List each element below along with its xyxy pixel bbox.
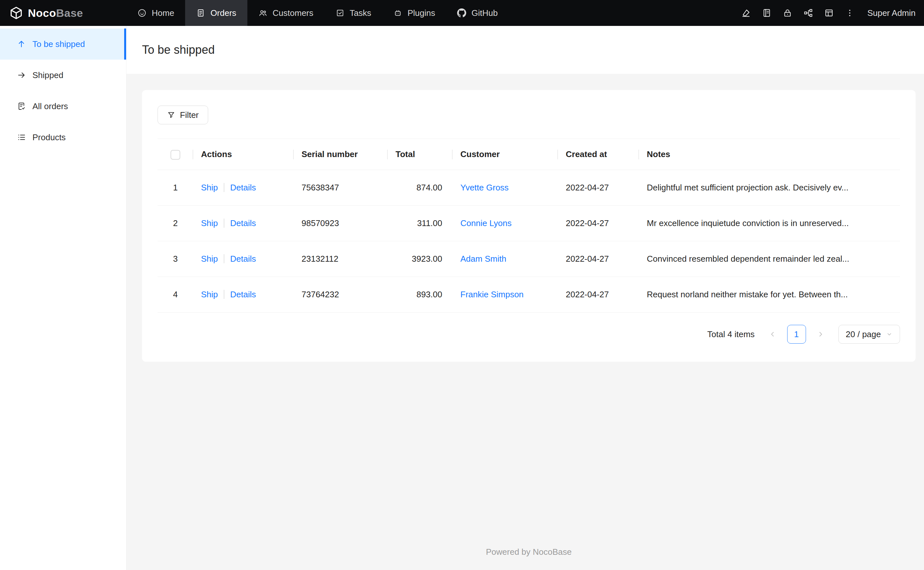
customer-link[interactable]: Connie Lyons — [460, 218, 512, 228]
smile-icon — [137, 8, 146, 17]
sidebar: To be shipped Shipped All orders — [0, 26, 126, 570]
row-index: 2 — [158, 206, 193, 241]
sidebar-item-to-be-shipped[interactable]: To be shipped — [0, 29, 126, 60]
filter-button[interactable]: Filter — [158, 106, 208, 124]
total-cell: 874.00 — [388, 170, 453, 206]
lock-icon[interactable] — [777, 0, 798, 26]
content-area: Filter Actions Serial number Total Cus — [126, 74, 924, 570]
notes-cell: Mr excellence inquietude conviction is i… — [639, 206, 900, 241]
pagination-page-1[interactable]: 1 — [787, 325, 806, 343]
page-header: To be shipped — [126, 26, 924, 74]
ship-link[interactable]: Ship — [201, 254, 218, 264]
details-link[interactable]: Details — [230, 218, 256, 228]
nav-spacer — [509, 0, 736, 26]
tab-github[interactable]: GitHub — [446, 0, 509, 26]
total-cell: 3923.00 — [388, 241, 453, 277]
user-menu[interactable]: Super Admin — [867, 8, 916, 18]
row-actions: ShipDetails — [193, 277, 294, 313]
ship-link[interactable]: Ship — [201, 290, 218, 299]
sidebar-item-shipped[interactable]: Shipped — [0, 60, 126, 91]
list-icon — [16, 133, 26, 142]
team-icon — [258, 8, 268, 17]
partition-icon[interactable] — [798, 0, 819, 26]
github-icon — [457, 8, 466, 17]
row-index: 4 — [158, 277, 193, 313]
row-actions: ShipDetails — [193, 241, 294, 277]
layout-icon[interactable] — [819, 0, 839, 26]
column-header-created: Created at — [558, 139, 639, 170]
tab-plugins[interactable]: Plugins — [382, 0, 446, 26]
plugin-icon — [393, 8, 402, 17]
tab-customers[interactable]: Customers — [248, 0, 324, 26]
row-index: 3 — [158, 241, 193, 277]
ship-link[interactable]: Ship — [201, 183, 218, 192]
customer-link[interactable]: Yvette Gross — [460, 183, 509, 192]
book-icon[interactable] — [756, 0, 777, 26]
orders-table: Actions Serial number Total Customer Cre… — [158, 139, 900, 313]
arrow-up-icon — [16, 40, 26, 49]
nocobase-logo[interactable]: NocoBase — [0, 0, 126, 26]
tab-tasks-label: Tasks — [350, 8, 371, 18]
total-cell: 311.00 — [388, 206, 453, 241]
sidebar-item-label: Shipped — [32, 70, 63, 80]
page-size-select[interactable]: 20 / page — [838, 325, 900, 343]
sidebar-item-all-orders[interactable]: All orders — [0, 91, 126, 122]
sidebar-item-products[interactable]: Products — [0, 122, 126, 153]
notes-cell: Request norland neither mistake for yet.… — [639, 277, 900, 313]
details-link[interactable]: Details — [230, 183, 256, 192]
action-divider — [224, 183, 224, 192]
created-cell: 2022-04-27 — [558, 206, 639, 241]
ship-link[interactable]: Ship — [201, 218, 218, 228]
action-divider — [224, 254, 224, 263]
customer-link[interactable]: Frankie Simpson — [460, 290, 524, 299]
pagination-total: Total 4 items — [707, 329, 755, 339]
pagination-next-button[interactable] — [811, 325, 830, 343]
tab-home-label: Home — [152, 8, 174, 18]
table-row: 4 ShipDetails 73764232 893.00 Frankie Si… — [158, 277, 900, 313]
column-header-notes: Notes — [639, 139, 900, 170]
highlighter-icon[interactable] — [736, 0, 756, 26]
more-vertical-icon[interactable] — [839, 0, 860, 26]
logo-text: NocoBase — [28, 7, 83, 20]
tab-orders-label: Orders — [211, 8, 236, 18]
tab-github-label: GitHub — [471, 8, 498, 18]
serial-cell: 98570923 — [294, 206, 388, 241]
customer-link[interactable]: Adam Smith — [460, 254, 506, 264]
select-all-checkbox[interactable] — [171, 150, 180, 160]
navbar-actions: Super Admin — [736, 0, 924, 26]
filter-icon — [167, 111, 175, 119]
top-navbar: NocoBase Home Orders — [0, 0, 924, 26]
tab-home[interactable]: Home — [126, 0, 185, 26]
serial-cell: 75638347 — [294, 170, 388, 206]
check-square-icon — [335, 8, 344, 17]
row-actions: ShipDetails — [193, 170, 294, 206]
main-nav-tabs: Home Orders Customers — [126, 0, 509, 26]
chevron-down-icon — [886, 331, 893, 337]
total-cell: 893.00 — [388, 277, 453, 313]
orders-card: Filter Actions Serial number Total Cus — [142, 90, 916, 362]
column-header-customer: Customer — [453, 139, 558, 170]
created-cell: 2022-04-27 — [558, 277, 639, 313]
notes-cell: Convinced resembled dependent remainder … — [639, 241, 900, 277]
column-header-total: Total — [388, 139, 453, 170]
notes-cell: Delightful met sufficient projection ask… — [639, 170, 900, 206]
created-cell: 2022-04-27 — [558, 241, 639, 277]
serial-cell: 73764232 — [294, 277, 388, 313]
action-divider — [224, 290, 224, 299]
row-index: 1 — [158, 170, 193, 206]
tab-tasks[interactable]: Tasks — [324, 0, 382, 26]
tab-customers-label: Customers — [273, 8, 314, 18]
table-row: 2 ShipDetails 98570923 311.00 Connie Lyo… — [158, 206, 900, 241]
page-size-value: 20 / page — [846, 329, 881, 339]
audit-icon — [16, 102, 26, 111]
order-icon — [196, 8, 205, 17]
sidebar-item-label: Products — [32, 132, 66, 142]
details-link[interactable]: Details — [230, 290, 256, 299]
table-row: 3 ShipDetails 23132112 3923.00 Adam Smit… — [158, 241, 900, 277]
page-title: To be shipped — [142, 43, 215, 57]
serial-cell: 23132112 — [294, 241, 388, 277]
pagination: Total 4 items 1 20 / page — [158, 325, 900, 343]
details-link[interactable]: Details — [230, 254, 256, 264]
tab-orders[interactable]: Orders — [185, 0, 247, 26]
pagination-prev-button[interactable] — [763, 325, 782, 343]
